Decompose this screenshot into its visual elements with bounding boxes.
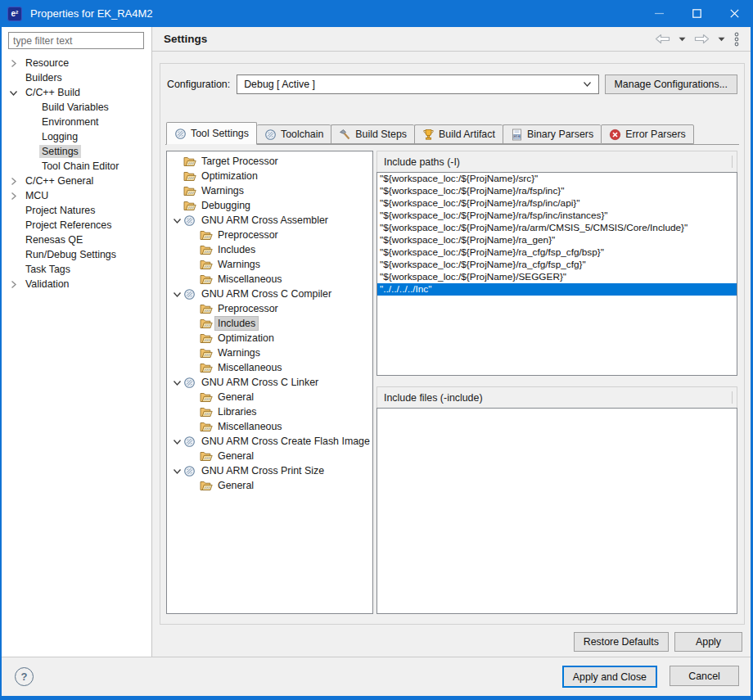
include-path-row-7[interactable]: "${workspace_loc:/${ProjName}/ra_cfg/fsp… xyxy=(377,259,737,271)
close-button[interactable] xyxy=(715,0,753,27)
tool-tree-item-gnu-arm-cross-print-size[interactable]: GNU ARM Cross Print Size xyxy=(167,463,372,478)
tree-expand-icon[interactable] xyxy=(25,131,39,142)
tool-tree-item-gnu-arm-cross-assembler[interactable]: GNU ARM Cross Assembler xyxy=(167,213,372,228)
include-path-row-6[interactable]: "${workspace_loc:/${ProjName}/ra_cfg/fsp… xyxy=(377,246,737,259)
sidebar-item-run-debug-settings[interactable]: Run/Debug Settings xyxy=(2,247,151,262)
tree-expand-icon[interactable] xyxy=(8,72,23,84)
chevron-collapsed-icon[interactable] xyxy=(8,190,23,201)
include-files-list[interactable] xyxy=(376,408,737,614)
sidebar-item-renesas-qe[interactable]: Renesas QE xyxy=(2,233,151,247)
include-files-add-item-button[interactable] xyxy=(634,390,652,405)
forward-button[interactable] xyxy=(693,33,710,45)
tool-tree-item-debugging[interactable]: Debugging xyxy=(167,198,372,213)
include-path-row-5[interactable]: "${workspace_loc:/${ProjName}/ra_gen}" xyxy=(377,234,737,246)
include-path-row-9[interactable]: "../../../../Inc" xyxy=(377,283,737,296)
tool-tree-item-includes[interactable]: Includes xyxy=(167,242,372,257)
chevron-collapsed-icon[interactable] xyxy=(8,278,23,290)
tree-expand-icon[interactable] xyxy=(25,160,39,172)
tab-tool-settings[interactable]: Tool Settings xyxy=(166,122,257,145)
configuration-select[interactable]: Debug [ Active ] xyxy=(237,75,598,94)
apply-and-close-button[interactable]: Apply and Close xyxy=(562,666,657,688)
forward-history-dropdown[interactable] xyxy=(718,37,725,42)
minimize-button[interactable] xyxy=(640,0,678,27)
tab-error-parsers[interactable]: Error Parsers xyxy=(601,124,694,144)
tool-tree-item-gnu-arm-cross-c-linker[interactable]: GNU ARM Cross C Linker xyxy=(167,375,372,390)
sidebar-item-project-natures[interactable]: Project Natures xyxy=(2,203,151,218)
tool-tree-item-includes[interactable]: Includes xyxy=(167,316,372,331)
include-paths-move-up-button[interactable] xyxy=(693,154,710,169)
view-menu-button[interactable] xyxy=(733,31,741,47)
chevron-collapsed-icon[interactable] xyxy=(8,175,23,187)
include-paths-add-item-button[interactable] xyxy=(634,154,652,169)
maximize-button[interactable] xyxy=(678,0,715,27)
sidebar-item-mcu[interactable]: MCU xyxy=(2,188,151,203)
help-button[interactable]: ? xyxy=(15,667,34,686)
tool-tree-item-miscellaneous[interactable]: Miscellaneous xyxy=(167,419,372,434)
tree-expand-icon[interactable] xyxy=(25,102,39,113)
sidebar-item-validation[interactable]: Validation xyxy=(2,277,151,291)
back-button[interactable] xyxy=(654,33,671,45)
sidebar-item-resource[interactable]: Resource xyxy=(2,56,151,70)
tool-tree-item-gnu-arm-cross-create-flash-image[interactable]: GNU ARM Cross Create Flash Image xyxy=(167,434,372,449)
sidebar-item-task-tags[interactable]: Task Tags xyxy=(2,262,151,277)
sidebar-item-build-variables[interactable]: Build Variables xyxy=(2,100,151,115)
tree-expand-icon[interactable] xyxy=(25,116,39,128)
chevron-collapsed-icon[interactable] xyxy=(8,57,23,69)
include-path-row-8[interactable]: "${workspace_loc:/${ProjName}/SEGGER}" xyxy=(377,271,737,283)
include-path-row-0[interactable]: "${workspace_loc:/${ProjName}/src}" xyxy=(377,173,737,185)
tool-tree-item-warnings[interactable]: Warnings xyxy=(167,345,372,360)
chevron-expanded-icon[interactable] xyxy=(8,87,23,98)
tab-build-artifact[interactable]: Build Artifact xyxy=(414,124,503,144)
sidebar-item-c-c-general[interactable]: C/C++ General xyxy=(2,174,151,188)
chevron-expanded-icon[interactable] xyxy=(170,215,183,226)
tab-toolchain[interactable]: Toolchain xyxy=(257,124,331,144)
include-path-row-1[interactable]: "${workspace_loc:/${ProjName}/ra/fsp/inc… xyxy=(377,185,737,197)
tree-expand-icon[interactable] xyxy=(8,234,23,246)
tool-tree-item-general[interactable]: General xyxy=(167,478,372,493)
sidebar-item-tool-chain-editor[interactable]: Tool Chain Editor xyxy=(2,159,151,174)
include-paths-list[interactable]: "${workspace_loc:/${ProjName}/src}" "${w… xyxy=(376,172,737,376)
sidebar-item-logging[interactable]: Logging xyxy=(2,129,151,144)
manage-configurations-button[interactable]: Manage Configurations... xyxy=(605,75,737,94)
sidebar-item-settings[interactable]: Settings xyxy=(2,144,151,159)
chevron-expanded-icon[interactable] xyxy=(170,466,183,476)
tree-expand-icon[interactable] xyxy=(8,264,23,275)
include-path-row-2[interactable]: "${workspace_loc:/${ProjName}/ra/fsp/inc… xyxy=(377,197,737,210)
include-paths-delete-item-button[interactable] xyxy=(654,154,671,169)
tree-expand-icon[interactable] xyxy=(25,146,39,157)
back-history-dropdown[interactable] xyxy=(679,37,686,42)
tree-expand-icon[interactable] xyxy=(8,219,23,231)
cancel-button[interactable]: Cancel xyxy=(670,666,739,686)
tool-tree-item-target-processor[interactable]: Target Processor xyxy=(167,154,372,169)
sidebar-item-project-references[interactable]: Project References xyxy=(2,218,151,233)
tool-tree-item-general[interactable]: General xyxy=(167,390,372,404)
tool-tree-item-optimization[interactable]: Optimization xyxy=(167,331,372,345)
tab-binary-parsers[interactable]: 010 Binary Parsers xyxy=(503,124,601,144)
include-path-row-4[interactable]: "${workspace_loc:/${ProjName}/ra/arm/CMS… xyxy=(377,222,737,234)
sidebar-item-c-c-build[interactable]: C/C++ Build xyxy=(2,85,151,100)
tool-tree-item-general[interactable]: General xyxy=(167,449,372,463)
chevron-expanded-icon[interactable] xyxy=(170,436,183,447)
tool-tree-item-preprocessor[interactable]: Preprocessor xyxy=(167,301,372,316)
tool-tree-item-optimization[interactable]: Optimization xyxy=(167,169,372,183)
tool-tree-item-miscellaneous[interactable]: Miscellaneous xyxy=(167,360,372,375)
include-path-row-3[interactable]: "${workspace_loc:/${ProjName}/ra/fsp/inc… xyxy=(377,210,737,222)
titlebar[interactable]: e² Properties for EK_RA4M2 xyxy=(0,0,753,27)
chevron-expanded-icon[interactable] xyxy=(170,377,183,388)
sidebar-item-builders[interactable]: Builders xyxy=(2,70,151,85)
tool-tree-item-warnings[interactable]: Warnings xyxy=(167,183,372,198)
chevron-expanded-icon[interactable] xyxy=(170,289,183,300)
include-paths-edit-item-button[interactable] xyxy=(674,154,691,169)
tool-tree-item-gnu-arm-cross-c-compiler[interactable]: GNU ARM Cross C Compiler xyxy=(167,287,372,301)
filter-input[interactable] xyxy=(8,32,144,49)
apply-button[interactable]: Apply xyxy=(674,632,742,652)
tree-expand-icon[interactable] xyxy=(8,249,23,260)
tree-expand-icon[interactable] xyxy=(8,205,23,216)
tool-tree-item-libraries[interactable]: Libraries xyxy=(167,404,372,419)
tool-tree-item-miscellaneous[interactable]: Miscellaneous xyxy=(167,272,372,287)
tool-tree-item-preprocessor[interactable]: Preprocessor xyxy=(167,228,372,242)
tool-tree-item-warnings[interactable]: Warnings xyxy=(167,257,372,272)
restore-defaults-button[interactable]: Restore Defaults xyxy=(574,632,669,652)
tab-build-steps[interactable]: Build Steps xyxy=(331,124,414,144)
sidebar-item-environment[interactable]: Environment xyxy=(2,115,151,129)
